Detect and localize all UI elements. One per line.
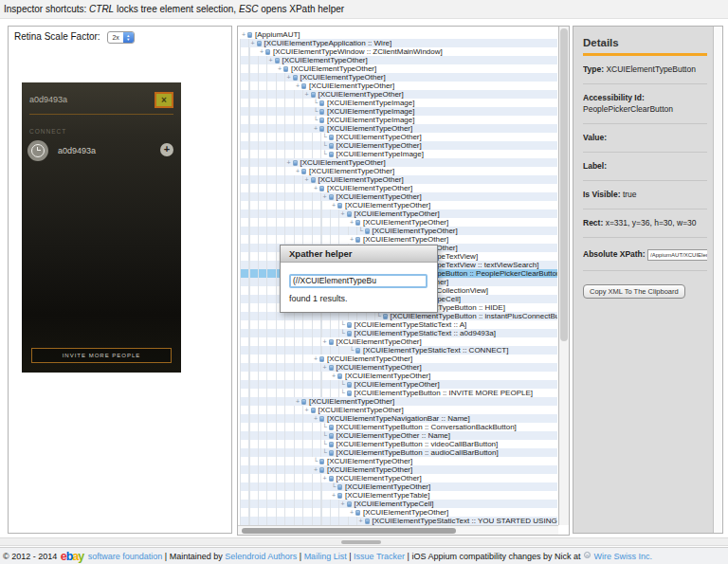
tree-row[interactable]: +[XCUIElementTypeOther] (240, 184, 557, 192)
expander-icon[interactable]: └ (348, 346, 355, 355)
expander-icon[interactable]: └ (375, 312, 383, 320)
tree-row[interactable]: +[XCUIElementTypeOther] (240, 90, 557, 99)
copy-xml-button[interactable]: Copy XML To The Clipboard (583, 284, 685, 299)
tree-row[interactable]: +[XCUIElementTypeOther] (240, 158, 557, 167)
phone-clear-button-highlighted[interactable]: × (155, 92, 173, 108)
tree-row[interactable]: +[XCUIElementTypeOther] (240, 508, 557, 517)
window-horizontal-scrollbar[interactable] (0, 537, 728, 546)
expander-icon[interactable]: + (303, 175, 311, 184)
expander-icon[interactable]: └ (339, 380, 347, 389)
tree-row[interactable]: +[XCUIElementTypeCell] (240, 500, 557, 508)
tree-row[interactable]: +[XCUIElementTypeApplication :: Wire] (240, 39, 557, 47)
tree-row[interactable]: └[XCUIElementTypeOther] (240, 227, 557, 235)
tree-row[interactable]: +[XCUIElementTypeOther] (240, 474, 557, 482)
expander-icon[interactable]: + (321, 192, 329, 201)
tree-row[interactable]: └[XCUIElementTypeButton :: audioCallBarB… (240, 448, 557, 457)
tree-row[interactable]: +[XCUIElementTypeOther] (240, 406, 557, 414)
tree-row[interactable]: └[XCUIElementTypeImage] (240, 116, 557, 124)
tree-row[interactable]: └[XCUIElementTypeOther] (240, 457, 557, 465)
expander-icon[interactable]: + (348, 218, 355, 227)
expander-icon[interactable]: + (339, 209, 347, 218)
expander-icon[interactable]: └ (357, 227, 365, 235)
expander-icon[interactable]: + (285, 158, 293, 167)
tree-row[interactable]: └[XCUIElementTypeOther] (240, 133, 557, 141)
expander-icon[interactable]: + (330, 491, 337, 500)
expander-icon[interactable]: + (321, 363, 329, 372)
tree-row[interactable]: └[XCUIElementTypeStaticText :: CONNECT] (240, 346, 557, 355)
phone-search-text[interactable]: a0d9493a (29, 95, 67, 104)
tree-row[interactable]: +[XCUIElementTypeOther] (240, 124, 557, 133)
tree-row[interactable]: +[XCUIElementTypeStaticText :: YOU START… (240, 517, 557, 525)
device-screenshot[interactable]: a0d9493a × CONNECT a0d9493a + INVITE MOR… (22, 82, 181, 373)
expander-icon[interactable]: + (285, 73, 293, 82)
expander-icon[interactable]: └ (321, 141, 329, 150)
tree-row[interactable]: └[XCUIElementTypeOther :: Name] (240, 431, 557, 440)
expander-icon[interactable]: └ (312, 99, 319, 107)
tree-row[interactable]: └[XCUIElementTypeImage] (240, 107, 557, 116)
tree-row[interactable]: └[XCUIElementTypeOther] (240, 141, 557, 150)
expander-icon[interactable]: + (312, 465, 319, 474)
expander-icon[interactable]: └ (339, 389, 347, 397)
tree-row[interactable]: +[XCUIElementTypeOther] (240, 82, 557, 90)
tree-row[interactable]: +[XCUIElementTypeOther] (240, 192, 557, 201)
tree-row[interactable]: └[XCUIElementTypeButton :: ConversationB… (240, 423, 557, 431)
tree-vertical-scrollbar[interactable] (558, 27, 569, 525)
tree-vscroll-thumb[interactable] (560, 28, 568, 341)
tree-row[interactable]: +[XCUIElementTypeOther] (240, 355, 557, 363)
tree-row[interactable]: +[AppiumAUT] (240, 30, 557, 39)
tree-row[interactable]: +[XCUIElementTypeOther] (240, 175, 557, 184)
expander-icon[interactable]: + (249, 39, 257, 47)
tree-horizontal-scrollbar[interactable] (238, 525, 558, 535)
expander-icon[interactable]: + (294, 397, 301, 406)
tree-row[interactable]: └[XCUIElementTypeOther] (240, 380, 557, 389)
expander-icon[interactable]: + (267, 56, 275, 64)
tree-row[interactable]: └[XCUIElementTypeStaticText :: A] (240, 320, 557, 329)
expander-icon[interactable]: └ (330, 482, 337, 491)
expander-icon[interactable]: └ (312, 457, 319, 465)
expander-icon[interactable]: └ (312, 107, 319, 116)
expander-icon[interactable]: + (312, 414, 319, 423)
expander-icon[interactable]: └ (321, 431, 329, 440)
tree-row[interactable]: └[XCUIElementTypeStaticText :: a0d9493a] (240, 329, 557, 337)
expander-icon[interactable]: + (312, 184, 319, 192)
wire-swiss-link[interactable]: Wire Swiss Inc. (594, 552, 653, 561)
expander-icon[interactable]: + (339, 500, 347, 508)
tree-row[interactable]: +[XCUIElementTypeOther] (240, 465, 557, 474)
xpath-query-input[interactable] (289, 274, 428, 288)
tree-row[interactable]: +[XCUIElementTypeOther] (240, 337, 557, 346)
tree-row[interactable]: └[XCUIElementTypeImage] (240, 99, 557, 107)
tree-row[interactable]: +[XCUIElementTypeOther] (240, 363, 557, 372)
expander-icon[interactable]: + (321, 474, 329, 482)
tree-row[interactable]: +[XCUIElementTypeOther] (240, 235, 557, 244)
absolute-xpath-input[interactable] (647, 249, 707, 261)
tree-row[interactable]: +[XCUIElementTypeOther] (240, 372, 557, 380)
expander-icon[interactable]: └ (321, 448, 329, 457)
tree-row[interactable]: +[XCUIElementTypeOther] (240, 209, 557, 218)
expander-icon[interactable]: + (321, 337, 329, 346)
expander-icon[interactable]: + (258, 47, 265, 56)
window-hscroll-thumb[interactable] (341, 540, 381, 544)
details-scrollbar[interactable] (713, 27, 722, 533)
expander-icon[interactable]: + (240, 30, 247, 39)
expander-icon[interactable]: + (330, 372, 337, 380)
tree-row[interactable]: └[XCUIElementTypeButton :: instantPlusCo… (240, 312, 557, 320)
expander-icon[interactable]: └ (339, 329, 347, 337)
tree-row[interactable]: └[XCUIElementTypeOther] (240, 482, 557, 491)
tree-row[interactable]: +[XCUIElementTypeOther] (240, 201, 557, 209)
expander-icon[interactable]: + (357, 517, 365, 525)
tree-row[interactable]: +[XCUIElementTypeOther] (240, 73, 557, 82)
selendroid-authors-link[interactable]: Selendroid Authors (225, 552, 297, 561)
expander-icon[interactable]: └ (312, 116, 319, 124)
expander-icon[interactable]: └ (321, 440, 329, 448)
tree-row[interactable]: +[XCUIElementTypeWindow :: ZClientMainWi… (240, 47, 557, 56)
retina-scale-select[interactable]: 2x ▲▼ (107, 31, 134, 44)
tree-row[interactable]: └[XCUIElementTypeButton :: videoCallBarB… (240, 440, 557, 448)
expander-icon[interactable]: + (312, 124, 319, 133)
mailing-list-link[interactable]: Mailing List (304, 552, 347, 561)
tree-row[interactable]: +[XCUIElementTypeNavigationBar :: Name] (240, 414, 557, 423)
invite-more-people-button[interactable]: INVITE MORE PEOPLE (31, 348, 172, 363)
expander-icon[interactable]: + (348, 508, 355, 517)
expander-icon[interactable]: + (330, 201, 337, 209)
expander-icon[interactable]: └ (321, 133, 329, 141)
issue-tracker-link[interactable]: Issue Tracker (354, 552, 405, 561)
